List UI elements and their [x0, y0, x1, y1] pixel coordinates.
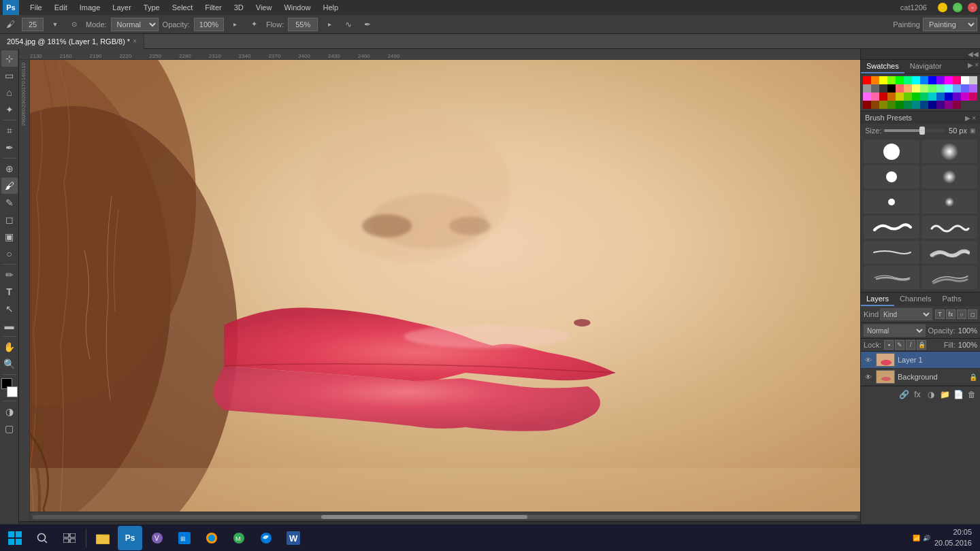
swatch-19[interactable] [904, 84, 912, 93]
lasso-tool[interactable]: ⌂ [1, 84, 18, 101]
opacity-adjust-icon[interactable]: ▸ [228, 17, 243, 32]
lock-pixels[interactable]: ▪ [884, 340, 894, 350]
swatch-50[interactable] [928, 101, 936, 109]
word-btn[interactable]: W [281, 526, 306, 550]
swatch-29[interactable] [871, 93, 879, 101]
document-tab[interactable]: 2054.jpg @ 181% (Layer 1, RGB/8) * × [0, 34, 144, 49]
swatch-34[interactable] [912, 93, 920, 101]
panel-top-close[interactable]: × [975, 61, 979, 72]
shape-tool[interactable]: ▬ [1, 318, 18, 334]
swatch-15[interactable] [871, 84, 879, 93]
swatch-45[interactable] [887, 101, 896, 109]
start-btn[interactable] [3, 526, 27, 550]
layers-filter-select[interactable]: Kind [880, 308, 932, 320]
brush-preset-2[interactable] [921, 140, 977, 163]
brush-preset-12[interactable] [921, 266, 977, 289]
swatch-16[interactable] [879, 84, 887, 93]
window-minimize[interactable]: ─ [938, 3, 947, 12]
brush-size-max-icon[interactable]: ▣ [970, 127, 976, 134]
brush-preset-8[interactable] [921, 216, 977, 239]
swatch-13[interactable] [969, 76, 977, 84]
screen-mode-tool[interactable]: ▢ [1, 420, 18, 437]
swatch-46[interactable] [896, 101, 904, 109]
brush-preset-4[interactable] [921, 165, 977, 188]
swatch-32[interactable] [896, 93, 904, 101]
swatch-27[interactable] [969, 84, 977, 93]
swatch-43[interactable] [871, 101, 879, 109]
swatch-21[interactable] [920, 84, 928, 93]
background-color[interactable] [7, 386, 18, 397]
swatch-1[interactable] [871, 76, 879, 84]
brush-tool-icon[interactable]: 🖌 [3, 17, 18, 32]
stylus-icon[interactable]: ✒ [360, 17, 375, 32]
airbrush-icon[interactable]: ✦ [247, 17, 262, 32]
windows-store-btn[interactable]: ⊞ [172, 526, 197, 550]
flow-input[interactable]: 55% [288, 18, 318, 31]
menu-3d[interactable]: 3D [229, 2, 249, 13]
brush-tool[interactable]: 🖌 [1, 178, 18, 194]
filter-adj-icon[interactable]: ○ [957, 310, 966, 319]
marquee-tool[interactable]: ▭ [1, 67, 18, 84]
filter-fx-icon[interactable]: fx [946, 310, 956, 319]
clone-tool[interactable]: ✎ [1, 195, 18, 211]
swatch-22[interactable] [928, 84, 936, 93]
opacity-value[interactable]: 100% [958, 327, 977, 335]
swatch-25[interactable] [953, 84, 961, 93]
swatch-48[interactable] [912, 101, 920, 109]
background-visibility[interactable]: 👁 [864, 372, 873, 382]
menu-image[interactable]: Image [74, 2, 106, 13]
menu-edit[interactable]: Edit [49, 2, 73, 13]
type-tool[interactable]: T [1, 284, 18, 300]
eyedropper-tool[interactable]: ✒ [1, 139, 18, 156]
brush-preset-10[interactable] [921, 241, 977, 264]
swatch-5[interactable] [904, 76, 912, 84]
layer-row-background[interactable]: 👁 Background 🔒 [861, 369, 980, 386]
swatch-26[interactable] [961, 84, 969, 93]
swatch-18[interactable] [896, 84, 904, 93]
menu-window[interactable]: Window [278, 2, 316, 13]
swatch-24[interactable] [945, 84, 953, 93]
pen-tool[interactable]: ✏ [1, 267, 18, 283]
menu-file[interactable]: File [24, 2, 48, 13]
swatch-9[interactable] [936, 76, 945, 84]
dodge-tool[interactable]: ○ [1, 246, 18, 262]
task-view-btn[interactable] [57, 526, 82, 550]
brush-options-icon[interactable]: ⊙ [67, 17, 82, 32]
swatch-4[interactable] [896, 76, 904, 84]
hand-tool[interactable]: ✋ [1, 339, 18, 355]
swatch-20[interactable] [912, 84, 920, 93]
swatch-47[interactable] [904, 101, 912, 109]
layers-tab[interactable]: Layers [861, 293, 894, 306]
magic-wand-tool[interactable]: ✦ [1, 101, 18, 118]
filter-smart-icon[interactable]: ◻ [968, 310, 977, 319]
horizontal-scrollbar[interactable] [30, 512, 860, 521]
swatch-28[interactable] [863, 93, 871, 101]
delete-layer-btn[interactable]: 🗑 [966, 388, 978, 401]
swatch-38[interactable] [945, 93, 953, 101]
edge-btn[interactable] [254, 526, 278, 550]
swatch-3[interactable] [887, 76, 896, 84]
swatch-37[interactable] [936, 93, 945, 101]
panel-top-expand[interactable]: ▶ [968, 61, 973, 72]
lock-all[interactable]: 🔒 [917, 340, 926, 350]
swatch-0[interactable] [863, 76, 871, 84]
swatch-40[interactable] [961, 93, 969, 101]
swatch-7[interactable] [920, 76, 928, 84]
canvas-wrapper[interactable] [30, 60, 860, 521]
new-group-btn[interactable]: 📁 [938, 388, 951, 401]
brush-picker-icon[interactable]: ▼ [48, 17, 63, 32]
photo-canvas[interactable] [30, 60, 860, 521]
menu-help[interactable]: Help [318, 2, 344, 13]
brush-preset-7[interactable] [864, 216, 919, 239]
add-style-btn[interactable]: fx [911, 388, 924, 401]
link-layers-btn[interactable]: 🔗 [898, 388, 910, 401]
swatch-8[interactable] [928, 76, 936, 84]
swatch-51[interactable] [936, 101, 945, 109]
spot-heal-tool[interactable]: ⊕ [1, 161, 18, 177]
swatch-52[interactable] [945, 101, 953, 109]
swatch-30[interactable] [879, 93, 887, 101]
brush-preset-3[interactable] [864, 165, 919, 188]
eraser-tool[interactable]: ◻ [1, 212, 18, 228]
workspace-select[interactable]: Painting [923, 18, 977, 31]
swatch-35[interactable] [920, 93, 928, 101]
